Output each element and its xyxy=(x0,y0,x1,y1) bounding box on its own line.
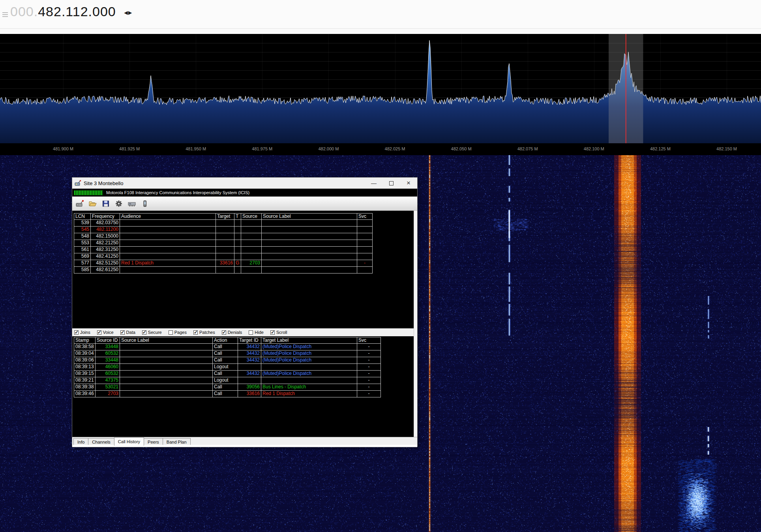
table-cell xyxy=(120,350,213,357)
table-cell xyxy=(120,240,216,247)
filter-pages[interactable]: Pages xyxy=(169,330,187,335)
table-cell xyxy=(216,247,234,253)
column-header: LCN xyxy=(74,213,91,220)
filter-hide[interactable]: Hide xyxy=(249,330,264,335)
save-icon[interactable] xyxy=(100,198,111,209)
table-cell: 2703 xyxy=(96,391,120,397)
memory-icon[interactable] xyxy=(126,198,137,209)
frequency-display[interactable]: 000.482.112.000 ◂▸ xyxy=(10,4,132,19)
spectrum-display[interactable] xyxy=(0,34,761,143)
table-cell xyxy=(234,240,241,247)
table-cell xyxy=(120,384,213,391)
checkbox-label: Hide xyxy=(255,330,264,335)
table-cell xyxy=(238,377,261,384)
table-row[interactable]: 08:38:5833448Call34432(Muted)Police Disp… xyxy=(74,344,381,350)
checkbox[interactable] xyxy=(222,330,226,335)
axis-label: 481.975 M xyxy=(252,146,272,151)
window-titlebar[interactable]: Site 3 Montebello — × xyxy=(72,178,417,189)
table-row[interactable]: 08:39:0460532Call34432(Muted)Police Disp… xyxy=(74,350,381,357)
table-cell: Call xyxy=(213,344,238,350)
table-cell: 482.51250 xyxy=(91,260,120,267)
step-up-icon[interactable]: ▸ xyxy=(128,8,133,17)
open-folder-icon[interactable] xyxy=(87,198,98,209)
table-row[interactable]: 08:39:3853021Call39056Bus Lines - Dispat… xyxy=(74,384,381,391)
checkbox[interactable] xyxy=(249,330,253,335)
table-cell: 569 xyxy=(74,253,91,260)
checkbox[interactable] xyxy=(142,330,146,335)
gear-icon[interactable] xyxy=(113,198,124,209)
table-row[interactable]: 548482.15000 xyxy=(74,233,373,240)
column-header: Source Label xyxy=(262,213,357,220)
table-row[interactable]: 08:39:2147375Logout- xyxy=(74,377,381,384)
table-row[interactable]: 585482.61250 xyxy=(74,267,373,273)
table-cell: 33616 xyxy=(238,391,261,397)
tab-call-history[interactable]: Call History xyxy=(114,437,144,446)
table-row[interactable]: 553482.21250 xyxy=(74,240,373,247)
table-cell: Call xyxy=(213,350,238,357)
table-row[interactable]: 539482.03750 xyxy=(74,220,373,227)
radio-icon[interactable] xyxy=(74,198,85,209)
maximize-button[interactable] xyxy=(382,178,400,189)
table-cell: 585 xyxy=(74,267,91,273)
checkbox[interactable] xyxy=(97,330,101,335)
table-cell: 545 xyxy=(74,227,91,233)
table-cell: 482.41250 xyxy=(91,253,120,260)
table-cell: 08:39:04 xyxy=(74,350,96,357)
checkbox[interactable] xyxy=(120,330,125,335)
axis-label: 482.150 M xyxy=(716,146,737,151)
table-cell xyxy=(262,240,357,247)
table-cell: 47375 xyxy=(96,377,120,384)
table-cell: Red 1 Dispatch xyxy=(261,391,357,397)
checkbox[interactable] xyxy=(270,330,275,335)
table-cell xyxy=(357,233,373,240)
table-cell: 08:39:13 xyxy=(74,364,96,371)
table-cell: Call xyxy=(213,371,238,377)
table-cell xyxy=(120,391,213,397)
table-row[interactable]: 569482.41250 xyxy=(74,253,373,260)
table-cell: - xyxy=(357,384,381,391)
phone-icon[interactable] xyxy=(139,198,150,209)
menu-icon[interactable] xyxy=(2,11,8,18)
table-cell: 08:39:38 xyxy=(74,384,96,391)
step-down-icon[interactable]: ◂ xyxy=(124,8,128,17)
table-cell: Bus Lines - Dispatch xyxy=(261,384,357,391)
filter-bar: JoinsVoiceDataSecurePagesPatchesDenialsH… xyxy=(72,328,414,336)
table-row[interactable]: 577482.51250Red 1 Dispatch33616G2703- xyxy=(74,260,373,267)
table-cell xyxy=(120,253,216,260)
table-row[interactable]: 545482.11200 xyxy=(74,227,373,233)
scrollbar[interactable] xyxy=(414,211,417,437)
table-row[interactable]: 08:39:1560532Call34432(Muted)Police Disp… xyxy=(74,371,381,377)
checkbox[interactable] xyxy=(74,330,79,335)
close-button[interactable]: × xyxy=(400,178,417,189)
table-row[interactable]: 08:39:0633448Call34432(Muted)Police Disp… xyxy=(74,357,381,364)
window-content: LCNFrequencyAudienceTargetTSourceSource … xyxy=(72,211,417,446)
table-cell: 577 xyxy=(74,260,91,267)
checkbox[interactable] xyxy=(169,330,173,335)
axis-label: 482.075 M xyxy=(517,146,538,151)
frequency-bar: 000.482.112.000 ◂▸ xyxy=(0,0,761,34)
table-row[interactable]: 08:39:1346060Logout- xyxy=(74,364,381,371)
filter-patches[interactable]: Patches xyxy=(193,330,215,335)
frequency-value[interactable]: 482.112.000 xyxy=(38,4,116,19)
table-cell xyxy=(234,220,241,227)
minimize-button[interactable]: — xyxy=(365,178,382,189)
table-cell: - xyxy=(357,371,381,377)
filter-joins[interactable]: Joins xyxy=(74,330,90,335)
filter-secure[interactable]: Secure xyxy=(142,330,162,335)
table-cell: Call xyxy=(213,357,238,364)
filter-voice[interactable]: Voice xyxy=(97,330,114,335)
checkbox-label: Denials xyxy=(228,330,242,335)
table-row[interactable]: 08:39:462703Call33616Red 1 Dispatch- xyxy=(74,391,381,397)
filter-denials[interactable]: Denials xyxy=(222,330,242,335)
column-header: Target xyxy=(216,213,234,220)
checkbox[interactable] xyxy=(193,330,198,335)
table-header-row: StampSource IDSource LabelActionTarget I… xyxy=(74,337,381,344)
table-cell xyxy=(216,267,234,273)
table-cell: 553 xyxy=(74,240,91,247)
table-cell xyxy=(120,357,213,364)
table-cell: 482.31250 xyxy=(91,247,120,253)
filter-scroll[interactable]: Scroll xyxy=(270,330,287,335)
filter-data[interactable]: Data xyxy=(120,330,135,335)
table-row[interactable]: 561482.31250 xyxy=(74,247,373,253)
table-cell xyxy=(120,233,216,240)
